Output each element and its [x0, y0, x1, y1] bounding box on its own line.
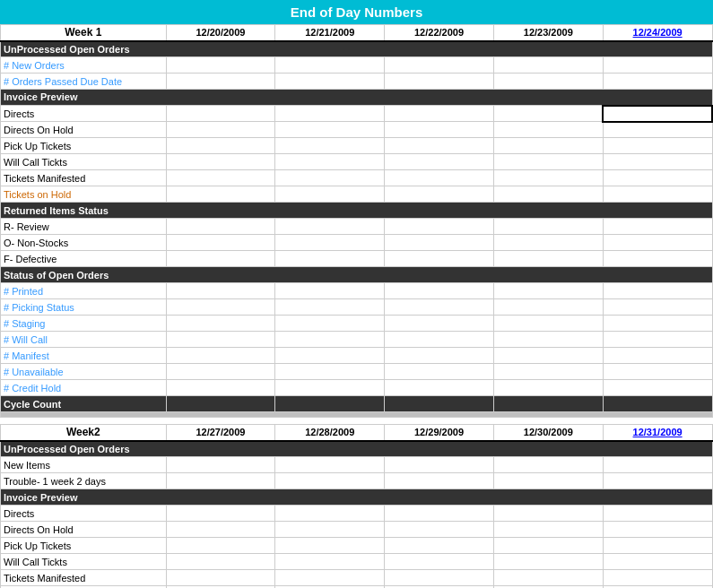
cell-willcall-d3[interactable] — [385, 154, 494, 170]
cell-credit-d5[interactable] — [603, 380, 712, 396]
cell-willcall-d5[interactable] — [603, 154, 712, 170]
cell-wc-d2[interactable] — [275, 332, 385, 348]
cell-wc-d4[interactable] — [493, 332, 603, 348]
cell-new-orders-d3[interactable] — [385, 57, 494, 74]
cell-newitems-d3[interactable] — [385, 457, 494, 473]
cell-new-orders-d5[interactable] — [603, 57, 712, 74]
cell-pickup-d1[interactable] — [166, 138, 275, 154]
cell-manifested-w2-d4[interactable] — [493, 570, 603, 586]
cell-manifested-w2-d3[interactable] — [385, 570, 494, 586]
cell-staging-d1[interactable] — [166, 316, 275, 332]
cell-picking-d4[interactable] — [493, 299, 603, 316]
cell-directs-hold-d1[interactable] — [166, 122, 275, 138]
cell-nonstock-d1[interactable] — [166, 235, 275, 251]
cell-printed-d1[interactable] — [166, 283, 275, 299]
cell-trouble-d3[interactable] — [385, 473, 494, 489]
cell-rreview-d5[interactable] — [603, 219, 712, 235]
cell-trouble-d1[interactable] — [166, 473, 275, 489]
cell-directs-hold-d3[interactable] — [385, 122, 494, 138]
cell-directs-d2[interactable] — [275, 106, 385, 122]
cell-rreview-d1[interactable] — [166, 219, 275, 235]
cell-printed-d5[interactable] — [603, 283, 712, 299]
cell-pickup-w2-d2[interactable] — [275, 538, 385, 554]
cell-picking-d2[interactable] — [275, 299, 385, 316]
cell-dirhold-w2-d1[interactable] — [166, 522, 275, 538]
cell-manifested-d5[interactable] — [603, 170, 712, 186]
cell-pickup-w2-d1[interactable] — [166, 538, 275, 554]
cell-unavail-d2[interactable] — [275, 364, 385, 380]
cell-picking-d3[interactable] — [385, 299, 494, 316]
cell-trouble-d2[interactable] — [275, 473, 385, 489]
cell-new-orders-d1[interactable] — [166, 57, 275, 74]
cell-unavail-d3[interactable] — [385, 364, 494, 380]
cell-dirhold-w2-d2[interactable] — [275, 522, 385, 538]
cell-newitems-d2[interactable] — [275, 457, 385, 473]
cell-new-orders-d4[interactable] — [493, 57, 603, 74]
cell-manifest-d4[interactable] — [493, 348, 603, 364]
cell-manifest-d1[interactable] — [166, 348, 275, 364]
cell-cc-d3[interactable] — [385, 396, 494, 412]
cell-pickup-w2-d4[interactable] — [493, 538, 603, 554]
cell-cc-d1[interactable] — [166, 396, 275, 412]
cell-trouble-d4[interactable] — [493, 473, 603, 489]
cell-manifested-d4[interactable] — [493, 170, 603, 186]
cell-printed-d3[interactable] — [385, 283, 494, 299]
cell-directs-w2-d1[interactable] — [166, 506, 275, 522]
cell-cc-d4[interactable] — [493, 396, 603, 412]
cell-directs-w2-d4[interactable] — [493, 506, 603, 522]
cell-defective-d4[interactable] — [493, 251, 603, 267]
cell-nonstock-d4[interactable] — [493, 235, 603, 251]
cell-rreview-d3[interactable] — [385, 219, 494, 235]
cell-tickethold-d5[interactable] — [603, 186, 712, 203]
cell-newitems-d5[interactable] — [603, 457, 712, 473]
cell-dirhold-w2-d4[interactable] — [493, 522, 603, 538]
cell-credit-d3[interactable] — [385, 380, 494, 396]
cell-directs-d4[interactable] — [493, 106, 603, 122]
cell-willcall-w2-d1[interactable] — [166, 554, 275, 570]
cell-staging-d5[interactable] — [603, 316, 712, 332]
cell-pickup-d2[interactable] — [275, 138, 385, 154]
cell-unavail-d5[interactable] — [603, 364, 712, 380]
cell-manifest-d2[interactable] — [275, 348, 385, 364]
cell-credit-d1[interactable] — [166, 380, 275, 396]
cell-directs-hold-d2[interactable] — [275, 122, 385, 138]
cell-unavail-d1[interactable] — [166, 364, 275, 380]
cell-defective-d3[interactable] — [385, 251, 494, 267]
cell-directs-w2-d2[interactable] — [275, 506, 385, 522]
cell-directs-hold-d5[interactable] — [603, 122, 712, 138]
cell-rreview-d4[interactable] — [493, 219, 603, 235]
cell-printed-d2[interactable] — [275, 283, 385, 299]
cell-staging-d3[interactable] — [385, 316, 494, 332]
cell-orders-past-due-d2[interactable] — [275, 74, 385, 90]
cell-pickup-d5[interactable] — [603, 138, 712, 154]
cell-willcall-w2-d3[interactable] — [385, 554, 494, 570]
cell-trouble-d5[interactable] — [603, 473, 712, 489]
cell-picking-d5[interactable] — [603, 299, 712, 316]
cell-pickup-w2-d3[interactable] — [385, 538, 494, 554]
cell-directs-hold-d4[interactable] — [493, 122, 603, 138]
cell-tickethold-d1[interactable] — [166, 186, 275, 203]
cell-dirhold-w2-d3[interactable] — [385, 522, 494, 538]
cell-cc-d2[interactable] — [275, 396, 385, 412]
cell-defective-d2[interactable] — [275, 251, 385, 267]
cell-manifested-d1[interactable] — [166, 170, 275, 186]
cell-pickup-d4[interactable] — [493, 138, 603, 154]
cell-picking-d1[interactable] — [166, 299, 275, 316]
cell-nonstock-d5[interactable] — [603, 235, 712, 251]
cell-unavail-d4[interactable] — [493, 364, 603, 380]
cell-new-orders-d2[interactable] — [275, 57, 385, 74]
cell-orders-past-due-d3[interactable] — [385, 74, 494, 90]
cell-wc-d1[interactable] — [166, 332, 275, 348]
cell-staging-d2[interactable] — [275, 316, 385, 332]
cell-manifest-d3[interactable] — [385, 348, 494, 364]
cell-staging-d4[interactable] — [493, 316, 603, 332]
cell-willcall-d1[interactable] — [166, 154, 275, 170]
cell-wc-d5[interactable] — [603, 332, 712, 348]
cell-willcall-w2-d4[interactable] — [493, 554, 603, 570]
cell-tickethold-d4[interactable] — [493, 186, 603, 203]
cell-cc-d5[interactable] — [603, 396, 712, 412]
cell-defective-d1[interactable] — [166, 251, 275, 267]
cell-directs-w2-d5[interactable] — [603, 506, 712, 522]
cell-directs-d5[interactable] — [603, 106, 712, 122]
cell-manifested-d3[interactable] — [385, 170, 494, 186]
